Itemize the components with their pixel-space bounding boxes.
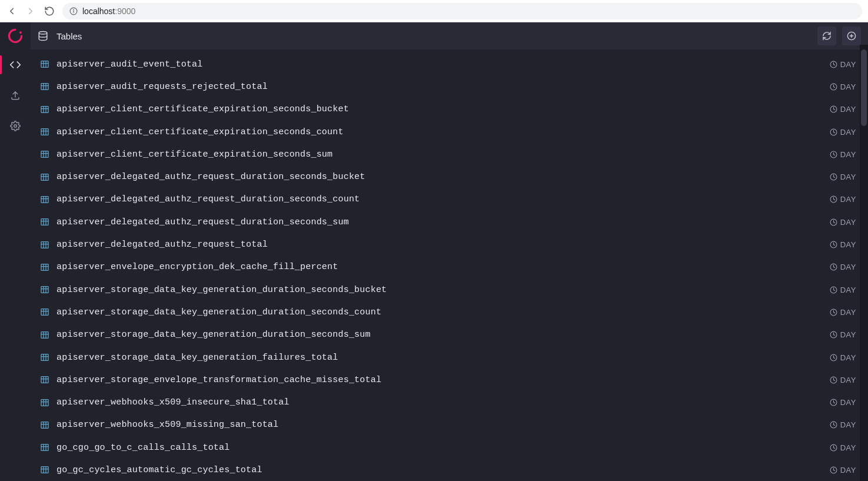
table-row[interactable]: apiserver_storage_data_key_generation_du… — [34, 301, 864, 323]
sidebar — [0, 22, 31, 481]
clock-icon — [830, 354, 837, 361]
partition-badge: DAY — [830, 240, 856, 249]
partition-badge: DAY — [830, 150, 856, 159]
svg-rect-60 — [41, 287, 48, 293]
table-name: apiserver_webhooks_x509_missing_san_tota… — [56, 420, 278, 430]
partition-label: DAY — [840, 420, 856, 429]
table-icon — [40, 127, 49, 137]
svg-rect-35 — [41, 174, 48, 180]
clock-icon — [830, 263, 837, 271]
table-name: apiserver_storage_data_key_generation_du… — [56, 285, 387, 295]
app-root: Tables apiserver_audit_event_totalDAYapi… — [0, 22, 868, 481]
sidebar-item-console[interactable] — [0, 49, 31, 80]
table-row[interactable]: apiserver_client_certificate_expiration_… — [34, 143, 864, 165]
clock-icon — [830, 173, 837, 181]
table-icon — [40, 353, 49, 362]
partition-label: DAY — [840, 128, 856, 137]
browser-forward-button[interactable] — [25, 5, 36, 17]
app-logo[interactable] — [0, 22, 31, 49]
svg-point-3 — [19, 31, 22, 34]
svg-rect-25 — [41, 129, 48, 135]
database-icon — [38, 31, 48, 41]
table-icon — [40, 420, 49, 430]
partition-badge: DAY — [830, 443, 856, 452]
table-row[interactable]: apiserver_delegated_authz_request_durati… — [34, 211, 864, 233]
table-row[interactable]: apiserver_webhooks_x509_missing_san_tota… — [34, 414, 864, 436]
add-table-button[interactable] — [842, 26, 861, 45]
table-row[interactable]: apiserver_storage_data_key_generation_du… — [34, 324, 864, 346]
table-icon — [40, 82, 49, 91]
table-row[interactable]: go_gc_cycles_automatic_gc_cycles_totalDA… — [34, 459, 864, 481]
partition-label: DAY — [840, 173, 856, 181]
address-bar[interactable]: localhost:9000 — [62, 3, 862, 19]
table-row[interactable]: go_cgo_go_to_c_calls_calls_totalDAY — [34, 436, 864, 459]
table-row[interactable]: apiserver_storage_envelope_transformatio… — [34, 369, 864, 391]
table-name: apiserver_storage_envelope_transformatio… — [56, 375, 381, 385]
table-row[interactable]: apiserver_client_certificate_expiration_… — [34, 121, 864, 143]
table-icon — [40, 105, 49, 114]
clock-icon — [830, 399, 837, 406]
partition-badge: DAY — [830, 218, 856, 227]
code-icon — [9, 59, 21, 71]
table-row[interactable]: apiserver_storage_data_key_generation_fa… — [34, 346, 864, 369]
sidebar-item-import[interactable] — [0, 80, 31, 111]
table-row[interactable]: apiserver_storage_data_key_generation_du… — [34, 278, 864, 301]
table-row[interactable]: apiserver_delegated_authz_request_totalD… — [34, 233, 864, 256]
clock-icon — [830, 105, 837, 113]
partition-badge: DAY — [830, 398, 856, 407]
partition-label: DAY — [840, 218, 856, 227]
main-panel: Tables apiserver_audit_event_totalDAYapi… — [31, 22, 868, 481]
svg-rect-10 — [41, 61, 48, 68]
svg-rect-40 — [41, 197, 48, 203]
gear-icon — [10, 121, 21, 131]
table-icon — [40, 240, 49, 250]
table-name: apiserver_client_certificate_expiration_… — [56, 150, 332, 160]
site-info-icon[interactable] — [69, 7, 78, 15]
table-name: apiserver_storage_data_key_generation_du… — [56, 307, 381, 317]
table-row[interactable]: apiserver_delegated_authz_request_durati… — [34, 165, 864, 188]
partition-label: DAY — [840, 105, 856, 114]
table-icon — [40, 330, 49, 340]
partition-badge: DAY — [830, 128, 856, 137]
clock-icon — [830, 128, 837, 136]
table-row[interactable]: apiserver_audit_requests_rejected_totalD… — [34, 75, 864, 98]
svg-rect-20 — [41, 106, 48, 112]
table-row[interactable]: apiserver_delegated_authz_request_durati… — [34, 188, 864, 211]
svg-rect-70 — [41, 331, 48, 338]
table-name: apiserver_audit_event_total — [56, 59, 202, 69]
partition-badge: DAY — [830, 466, 856, 475]
table-icon — [40, 217, 49, 227]
partition-badge: DAY — [830, 376, 856, 384]
partition-label: DAY — [840, 286, 856, 294]
clock-icon — [830, 218, 837, 226]
browser-refresh-button[interactable] — [44, 5, 55, 17]
svg-rect-15 — [41, 84, 48, 90]
scrollbar-thumb[interactable] — [861, 49, 867, 126]
tables-list[interactable]: apiserver_audit_event_totalDAYapiserver_… — [31, 49, 868, 481]
table-icon — [40, 375, 49, 384]
table-name: apiserver_client_certificate_expiration_… — [56, 104, 349, 114]
table-row[interactable]: apiserver_audit_event_totalDAY — [34, 53, 864, 75]
table-name: apiserver_delegated_authz_request_total — [56, 240, 268, 250]
partition-badge: DAY — [830, 420, 856, 429]
table-row[interactable]: apiserver_webhooks_x509_insecure_sha1_to… — [34, 391, 864, 413]
partition-label: DAY — [840, 60, 856, 69]
svg-point-5 — [14, 125, 17, 128]
partition-badge: DAY — [830, 173, 856, 181]
sidebar-item-settings[interactable] — [0, 111, 31, 141]
clock-icon — [830, 61, 837, 68]
browser-back-button[interactable] — [6, 5, 18, 17]
partition-label: DAY — [840, 443, 856, 452]
table-name: apiserver_envelope_encryption_dek_cache_… — [56, 262, 338, 272]
upload-icon — [10, 90, 21, 101]
table-row[interactable]: apiserver_envelope_encryption_dek_cache_… — [34, 256, 864, 278]
partition-badge: DAY — [830, 195, 856, 204]
partition-badge: DAY — [830, 105, 856, 114]
clock-icon — [830, 241, 837, 248]
clock-icon — [830, 376, 837, 384]
refresh-tables-button[interactable] — [817, 26, 836, 45]
table-name: apiserver_storage_data_key_generation_du… — [56, 330, 371, 340]
table-row[interactable]: apiserver_client_certificate_expiration_… — [34, 98, 864, 121]
partition-label: DAY — [840, 240, 856, 249]
clock-icon — [830, 331, 837, 339]
